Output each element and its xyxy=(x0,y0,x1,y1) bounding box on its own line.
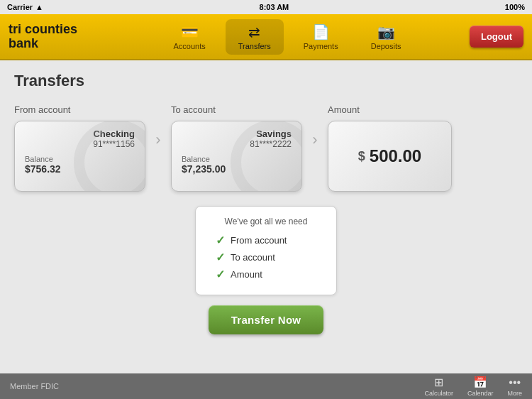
page-title: Transfers xyxy=(14,72,518,90)
tab-accounts-label: Accounts xyxy=(173,42,205,50)
summary-section: We've got all we need ✓ From account ✓ T… xyxy=(14,206,518,334)
tab-transfers-label: Transfers xyxy=(238,42,271,50)
to-amount-arrow: › xyxy=(302,104,328,175)
amount-column: Amount $ 500.00 xyxy=(328,104,452,192)
summary-amount-label: Amount xyxy=(231,269,262,280)
to-label: To account xyxy=(171,104,216,115)
calculator-button[interactable]: ⊞ Calculator xyxy=(424,376,453,397)
from-account-column: From account Checking 91****1156 Balance… xyxy=(14,104,145,192)
accounts-icon: 💳 xyxy=(181,23,199,40)
to-account-card[interactable]: Savings 81****2222 Balance $7,235.00 xyxy=(171,121,302,192)
check-icon-from: ✓ xyxy=(216,234,225,247)
from-account-card[interactable]: Checking 91****1156 Balance $756.32 xyxy=(14,121,145,192)
carrier-label: Carrier xyxy=(7,3,33,11)
calculator-label: Calculator xyxy=(424,390,453,397)
to-account-column: To account Savings 81****2222 Balance $7… xyxy=(171,104,302,192)
from-label: From account xyxy=(14,104,70,115)
dollar-sign: $ xyxy=(358,149,365,164)
summary-from-label: From account xyxy=(231,235,287,246)
logout-button[interactable]: Logout xyxy=(470,26,523,48)
transfer-row: From account Checking 91****1156 Balance… xyxy=(14,104,518,192)
calendar-label: Calendar xyxy=(467,390,494,397)
transfers-icon: ⇄ xyxy=(248,23,260,40)
tab-accounts[interactable]: 💳 Accounts xyxy=(160,19,218,55)
main-content: Transfers From account Checking 91****11… xyxy=(0,60,532,373)
logo-text: tri counties bank xyxy=(9,23,105,51)
logout-area: Logout xyxy=(461,26,532,48)
battery-label: 100% xyxy=(505,3,525,11)
tab-transfers[interactable]: ⇄ Transfers xyxy=(226,19,284,55)
tab-deposits[interactable]: 📷 Deposits xyxy=(358,19,414,55)
summary-box: We've got all we need ✓ From account ✓ T… xyxy=(195,206,337,295)
status-right: 100% xyxy=(505,3,525,11)
bottom-bar: Member FDIC ⊞ Calculator 📅 Calendar ••• … xyxy=(0,373,532,399)
status-bar: Carrier ▲ 8:03 AM 100% xyxy=(0,0,532,14)
logo-area: tri counties bank xyxy=(0,23,113,51)
calendar-icon: 📅 xyxy=(473,376,487,389)
amount-label: Amount xyxy=(328,104,360,115)
summary-item-from: ✓ From account xyxy=(216,234,316,247)
payments-icon: 📄 xyxy=(312,23,330,40)
to-account-name: Savings xyxy=(182,129,292,139)
nav-tabs: 💳 Accounts ⇄ Transfers 📄 Payments 📷 Depo… xyxy=(113,19,461,55)
from-balance-amount: $756.32 xyxy=(25,163,135,175)
more-button[interactable]: ••• More xyxy=(507,376,522,397)
calculator-icon: ⊞ xyxy=(434,376,443,389)
status-time: 8:03 AM xyxy=(260,3,289,11)
to-balance-label: Balance xyxy=(182,155,292,163)
from-balance-label: Balance xyxy=(25,155,135,163)
status-left: Carrier ▲ xyxy=(7,3,43,11)
to-balance-amount: $7,235.00 xyxy=(182,163,292,175)
transfer-now-button[interactable]: Transfer Now xyxy=(209,305,324,334)
summary-to-label: To account xyxy=(231,252,275,263)
wifi-icon: ▲ xyxy=(35,3,43,11)
header: tri counties bank 💳 Accounts ⇄ Transfers… xyxy=(0,14,532,60)
from-to-arrow: › xyxy=(145,104,171,175)
deposits-icon: 📷 xyxy=(377,23,395,40)
from-account-number: 91****1156 xyxy=(25,139,135,149)
tab-payments-label: Payments xyxy=(304,42,338,50)
check-icon-amount: ✓ xyxy=(216,268,225,281)
to-account-number: 81****2222 xyxy=(182,139,292,149)
summary-item-amount: ✓ Amount xyxy=(216,268,316,281)
more-icon: ••• xyxy=(509,376,521,389)
summary-item-to: ✓ To account xyxy=(216,251,316,264)
tab-deposits-label: Deposits xyxy=(371,42,401,50)
tab-payments[interactable]: 📄 Payments xyxy=(291,19,351,55)
calendar-button[interactable]: 📅 Calendar xyxy=(467,376,494,397)
bottom-icons: ⊞ Calculator 📅 Calendar ••• More xyxy=(424,376,522,397)
from-account-name: Checking xyxy=(25,129,135,139)
member-fdic-label: Member FDIC xyxy=(10,382,59,390)
check-icon-to: ✓ xyxy=(216,251,225,264)
amount-box[interactable]: $ 500.00 xyxy=(328,121,452,192)
summary-title: We've got all we need xyxy=(216,217,316,226)
amount-value: 500.00 xyxy=(370,146,421,166)
more-label: More xyxy=(507,390,522,397)
